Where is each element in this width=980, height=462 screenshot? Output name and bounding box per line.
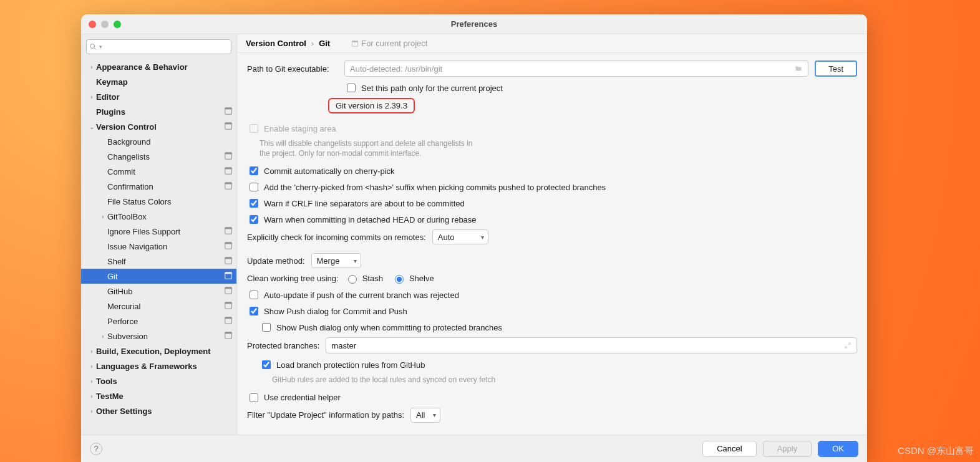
sidebar-item-plugins[interactable]: Plugins (81, 104, 236, 119)
content: ▾ ›Appearance & BehaviorKeymap›EditorPlu… (81, 34, 867, 435)
svg-rect-27 (225, 332, 232, 334)
watermark: CSDN @东山富哥 (898, 445, 974, 457)
update-method-select[interactable]: Merge (311, 253, 361, 268)
sidebar-item-label: Commit (107, 167, 224, 176)
git-path-input[interactable]: Auto-detected: /usr/bin/git (344, 60, 808, 77)
sidebar-item-tools[interactable]: ›Tools (81, 373, 236, 388)
sidebar-item-appearance-behavior[interactable]: ›Appearance & Behavior (81, 59, 236, 74)
sidebar-item-label: Issue Navigation (107, 242, 224, 251)
set-path-only-checkbox[interactable] (347, 84, 356, 92)
settings-tree[interactable]: ›Appearance & BehaviorKeymap›EditorPlugi… (81, 59, 236, 435)
sidebar-item-label: Perforce (107, 317, 224, 326)
sidebar-item-label: Editor (96, 92, 233, 102)
chevron-icon: › (87, 363, 96, 370)
sidebar-item-perforce[interactable]: Perforce (81, 314, 236, 329)
svg-point-0 (90, 44, 95, 49)
titlebar[interactable]: Preferences (81, 14, 867, 34)
svg-rect-19 (225, 272, 232, 274)
project-scope-icon (224, 166, 233, 177)
sidebar-item-label: Background (107, 137, 233, 147)
sidebar-item-confirmation[interactable]: Confirmation (81, 179, 236, 194)
svg-line-1 (94, 48, 96, 50)
project-scope-icon (224, 181, 233, 192)
breadcrumb-root[interactable]: Version Control (246, 39, 306, 48)
cancel-button[interactable]: Cancel (702, 441, 756, 457)
sidebar-item-label: Git (107, 272, 224, 281)
shelve-label: Shelve (409, 274, 434, 283)
project-scope-icon (224, 286, 233, 297)
sidebar-item-background[interactable]: Background (81, 134, 236, 149)
sidebar-item-file-status-colors[interactable]: File Status Colors (81, 194, 236, 209)
warn-crlf-checkbox[interactable] (250, 199, 258, 208)
sidebar-item-label: Appearance & Behavior (96, 62, 233, 72)
filter-select[interactable]: All (410, 408, 440, 423)
sidebar-item-label: GitHub (107, 287, 224, 296)
clean-tree-label: Clean working tree using: (247, 274, 339, 283)
search-input[interactable]: ▾ (86, 39, 231, 54)
svg-rect-11 (225, 182, 232, 184)
sidebar-item-languages-frameworks[interactable]: ›Languages & Frameworks (81, 359, 236, 373)
folder-icon[interactable] (794, 65, 803, 72)
sidebar-item-changelists[interactable]: Changelists (81, 149, 236, 164)
sidebar-item-label: Other Settings (96, 407, 233, 416)
sidebar-item-shelf[interactable]: Shelf (81, 254, 236, 269)
set-path-only-label: Set this path only for the current proje… (361, 84, 503, 93)
main-panel: Version Control › Git For current projec… (237, 34, 867, 435)
sidebar-item-mercurial[interactable]: Mercurial (81, 299, 236, 314)
add-suffix-checkbox[interactable] (250, 183, 258, 191)
chevron-icon: › (87, 393, 96, 400)
ok-button[interactable]: OK (818, 441, 858, 457)
test-button[interactable]: Test (815, 60, 857, 77)
search-icon (89, 43, 97, 51)
dialog-footer: ? Cancel Apply OK (81, 435, 867, 462)
apply-button: Apply (763, 441, 812, 457)
commit-auto-checkbox[interactable] (250, 166, 258, 175)
update-method-label: Update method: (247, 256, 305, 266)
project-scope-icon (224, 301, 233, 312)
sidebar-item-ignore-files-support[interactable]: Ignore Files Support (81, 224, 236, 239)
show-push-label: Show Push dialog for Commit and Push (264, 307, 407, 316)
explicit-check-select[interactable]: Auto (432, 229, 488, 244)
svg-rect-5 (225, 122, 232, 124)
commit-auto-label: Commit automatically on cherry-pick (264, 166, 395, 176)
path-label: Path to Git executable: (247, 64, 338, 74)
auto-update-label: Auto-update if push of the current branc… (264, 291, 459, 300)
sidebar-item-keymap[interactable]: Keymap (81, 74, 236, 89)
sidebar-item-label: TestMe (96, 392, 233, 401)
chevron-icon: ⌄ (87, 123, 96, 130)
stash-label: Stash (362, 274, 383, 283)
sidebar-item-version-control[interactable]: ⌄Version Control (81, 119, 236, 134)
warn-detached-checkbox[interactable] (250, 215, 258, 224)
preferences-window: Preferences ▾ ›Appearance & BehaviorKeym… (81, 14, 867, 462)
protected-branches-input[interactable]: master (326, 337, 857, 354)
help-button[interactable]: ? (90, 443, 102, 455)
svg-rect-9 (225, 167, 232, 169)
svg-rect-21 (225, 287, 232, 289)
sidebar-item-testme[interactable]: ›TestMe (81, 388, 236, 403)
enable-staging-label: Enable staging area (264, 124, 336, 133)
sidebar-item-gittoolbox[interactable]: ›GitToolBox (81, 209, 236, 224)
stash-radio[interactable] (348, 275, 357, 284)
shelve-radio[interactable] (395, 275, 404, 284)
sidebar-item-label: Subversion (107, 332, 224, 341)
sidebar-item-github[interactable]: GitHub (81, 284, 236, 299)
sidebar-item-editor[interactable]: ›Editor (81, 89, 236, 104)
show-push-checkbox[interactable] (250, 307, 258, 315)
sidebar-item-commit[interactable]: Commit (81, 164, 236, 179)
project-icon (351, 40, 359, 47)
sidebar-item-label: Version Control (96, 122, 224, 132)
expand-icon[interactable] (844, 342, 851, 349)
svg-rect-7 (225, 152, 232, 154)
project-scope-icon (224, 256, 233, 267)
use-cred-checkbox[interactable] (250, 393, 258, 402)
sidebar-item-git[interactable]: Git (81, 269, 236, 284)
sidebar-item-label: File Status Colors (107, 197, 233, 206)
load-protection-checkbox[interactable] (262, 360, 271, 369)
sidebar-item-issue-navigation[interactable]: Issue Navigation (81, 239, 236, 254)
sidebar-item-subversion[interactable]: ›Subversion (81, 329, 236, 344)
auto-update-checkbox[interactable] (250, 291, 258, 299)
sidebar-item-build-execution-deployment[interactable]: ›Build, Execution, Deployment (81, 344, 236, 359)
chevron-icon: › (99, 333, 107, 340)
sidebar-item-other-settings[interactable]: ›Other Settings (81, 403, 236, 418)
show-push-protected-checkbox[interactable] (262, 323, 271, 332)
